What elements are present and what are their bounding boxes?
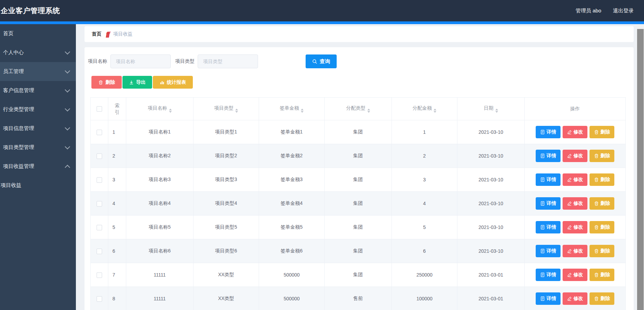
content-card: 项目名称 项目类型 查询 [85, 47, 634, 310]
row-edit-button[interactable]: 修改 [563, 221, 587, 233]
row-del-button[interactable]: 删除 [589, 292, 614, 305]
project-type-label: 项目类型 [175, 58, 195, 64]
row-detail-button[interactable]: 详情 [536, 126, 561, 138]
search-button-label: 查询 [320, 58, 330, 65]
row-checkbox[interactable] [97, 296, 102, 302]
project-type-input[interactable] [198, 54, 258, 68]
sidebar-item-1[interactable]: 个人中心 [0, 43, 76, 62]
scrollbar-thumb[interactable] [637, 29, 644, 310]
bulk-delete-button[interactable]: 删除 [91, 76, 122, 89]
sidebar-item-2[interactable]: 员工管理 [0, 62, 76, 81]
row-del-button[interactable]: 删除 [589, 245, 614, 257]
chevron-up-icon [65, 164, 70, 170]
export-button[interactable]: 导出 [122, 76, 152, 89]
row-detail-button[interactable]: 详情 [536, 245, 561, 257]
row-detail-button[interactable]: 详情 [536, 173, 561, 186]
accent-stripe [0, 21, 644, 24]
row-checkbox[interactable] [97, 130, 102, 135]
current-user[interactable]: 管理员 abo [576, 8, 601, 14]
download-icon [129, 80, 134, 85]
vertical-scrollbar[interactable] [637, 24, 644, 310]
row-checkbox[interactable] [97, 225, 102, 230]
row-checkbox[interactable] [97, 249, 102, 254]
search-icon [312, 59, 317, 64]
row-select-cell [91, 120, 108, 144]
column-header-1[interactable]: 项目名称 [126, 98, 194, 120]
row-checkbox[interactable] [97, 201, 102, 207]
row-edit-button[interactable]: 修改 [563, 126, 587, 138]
sidebar-item-8[interactable]: 项目收益 [0, 176, 76, 195]
row-action-label: 删除 [601, 296, 610, 302]
report-button[interactable]: 统计报表 [153, 76, 193, 89]
select-all-checkbox[interactable] [97, 106, 102, 112]
cell-sign_amount: 签单金额6 [259, 239, 325, 263]
row-detail-button[interactable]: 详情 [536, 269, 561, 281]
column-header-5[interactable]: 分配金额 [392, 98, 457, 120]
sidebar-item-0[interactable]: 首页 [0, 24, 76, 43]
cell-index: 2 [108, 144, 126, 168]
row-edit-button[interactable]: 修改 [563, 269, 587, 281]
chevron-down-icon [65, 68, 70, 73]
row-detail-button[interactable]: 详情 [536, 197, 561, 210]
row-edit-button[interactable]: 修改 [563, 173, 587, 186]
cell-date: 2021-03-10 [457, 168, 525, 192]
row-actions-cell: 详情修改删除 [525, 263, 626, 287]
row-detail-button[interactable]: 详情 [536, 150, 561, 162]
sidebar-item-4[interactable]: 行业类型管理 [0, 100, 76, 119]
sidebar-item-label: 首页 [3, 30, 13, 37]
row-del-button[interactable]: 删除 [589, 197, 614, 210]
trash-icon [594, 272, 599, 277]
cell-type: 项目类型6 [194, 239, 259, 263]
sidebar-item-3[interactable]: 客户信息管理 [0, 81, 76, 100]
row-edit-button[interactable]: 修改 [563, 292, 587, 305]
logout-link[interactable]: 退出登录 [613, 8, 634, 14]
row-edit-button[interactable]: 修改 [563, 245, 587, 257]
navbar-right: 管理员 abo 退出登录 [576, 8, 634, 14]
cell-sign_amount: 签单金额3 [259, 168, 325, 192]
cell-type: 项目类型4 [194, 192, 259, 216]
row-del-button[interactable]: 删除 [589, 126, 614, 138]
filter-form: 项目名称 项目类型 查询 [88, 54, 337, 68]
row-del-button[interactable]: 删除 [589, 269, 614, 281]
trash-icon [594, 153, 599, 158]
row-del-button[interactable]: 删除 [589, 221, 614, 233]
main-content: 首页 fff 项目收益 项目名称 项目类型 查询 [76, 24, 644, 310]
row-edit-button[interactable]: 修改 [563, 150, 587, 162]
column-header-3[interactable]: 签单金额 [259, 98, 325, 120]
row-del-button[interactable]: 删除 [589, 173, 614, 186]
row-actions-cell: 详情修改删除 [525, 120, 626, 144]
sidebar-item-5[interactable]: 项目信息管理 [0, 119, 76, 138]
sort-icon[interactable] [301, 109, 304, 113]
sort-icon[interactable] [434, 109, 436, 113]
document-icon [540, 225, 545, 230]
column-header-6[interactable]: 日期 [457, 98, 525, 120]
row-edit-button[interactable]: 修改 [563, 197, 587, 210]
row-checkbox[interactable] [97, 272, 102, 278]
cell-name: 项目名称3 [126, 168, 194, 192]
sidebar-item-7[interactable]: 项目收益管理 [0, 157, 76, 176]
sort-icon[interactable] [495, 109, 498, 113]
sidebar-item-6[interactable]: 项目类型管理 [0, 138, 76, 157]
sort-icon[interactable] [169, 109, 172, 113]
row-checkbox[interactable] [97, 153, 102, 159]
table-row-4: 4项目名称4项目类型4签单金额4集团42021-03-10详情修改删除 [91, 192, 626, 216]
breadcrumb-home[interactable]: 首页 [92, 31, 101, 37]
row-detail-button[interactable]: 详情 [536, 221, 561, 233]
sort-icon[interactable] [235, 109, 238, 113]
row-select-cell [91, 287, 108, 310]
trash-icon [594, 225, 599, 230]
row-checkbox[interactable] [97, 177, 102, 183]
cell-date: 2021-03-10 [457, 120, 525, 144]
row-action-label: 修改 [574, 296, 583, 302]
document-icon [540, 177, 545, 182]
document-icon [540, 272, 545, 277]
row-del-button[interactable]: 删除 [589, 150, 614, 162]
row-detail-button[interactable]: 详情 [536, 292, 561, 305]
row-select-cell [91, 192, 108, 216]
cell-index: 7 [108, 263, 126, 287]
search-button[interactable]: 查询 [306, 54, 337, 68]
sort-icon[interactable] [367, 109, 370, 113]
column-header-4[interactable]: 分配类型 [325, 98, 392, 120]
column-header-2[interactable]: 项目类型 [194, 98, 259, 120]
project-name-input[interactable] [110, 54, 171, 68]
